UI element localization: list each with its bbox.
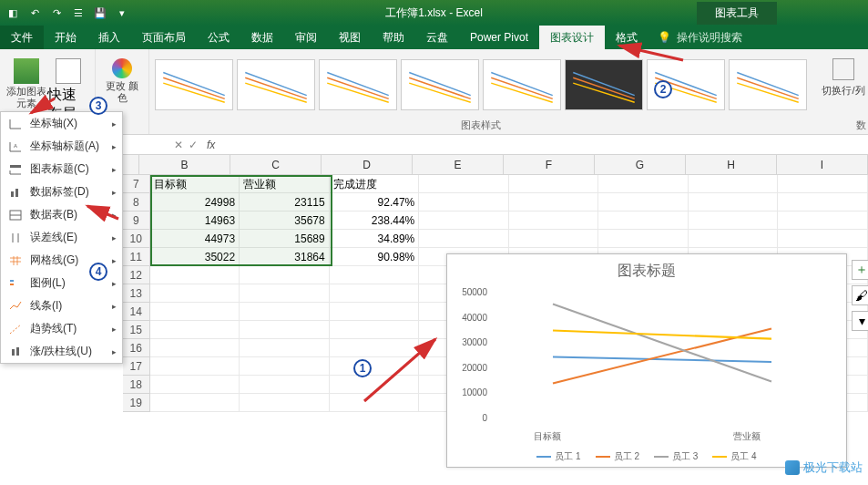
tab-insert[interactable]: 插入: [87, 26, 131, 49]
chart-brush-button[interactable]: 🖌: [852, 285, 868, 305]
cell[interactable]: [240, 394, 330, 412]
row-header[interactable]: 8: [123, 193, 150, 212]
cell[interactable]: [150, 266, 240, 284]
cell[interactable]: [778, 212, 868, 230]
cell[interactable]: [509, 193, 599, 212]
column-header[interactable]: C: [230, 155, 322, 174]
column-header[interactable]: H: [686, 155, 777, 174]
tab-format[interactable]: 格式: [605, 26, 648, 49]
cell[interactable]: [150, 376, 240, 394]
cell[interactable]: [778, 175, 868, 193]
cell[interactable]: [240, 376, 330, 394]
cell[interactable]: [419, 175, 509, 193]
chart-object[interactable]: 图表标题 50000400003000020000100000 目标额营业额 员…: [446, 253, 847, 468]
row-header[interactable]: 17: [123, 357, 150, 376]
cell[interactable]: 35678: [240, 212, 330, 230]
tab-power-pivot[interactable]: Power Pivot: [459, 26, 539, 49]
cell[interactable]: [150, 284, 240, 303]
cell[interactable]: [150, 303, 240, 321]
menu-item-lines[interactable]: 线条(I)▸: [1, 294, 122, 317]
tab-review[interactable]: 审阅: [284, 26, 328, 49]
switch-row-col-button[interactable]: 切换行/列: [818, 53, 868, 98]
row-header[interactable]: 7: [123, 175, 150, 193]
cell[interactable]: 目标额: [150, 175, 240, 193]
row-header[interactable]: 18: [123, 376, 150, 394]
menu-item-trendline[interactable]: 趋势线(T)▸: [1, 317, 122, 340]
cell[interactable]: 44973: [150, 230, 240, 248]
row-header[interactable]: 10: [123, 230, 150, 248]
column-header[interactable]: G: [595, 155, 686, 174]
cell[interactable]: [150, 357, 240, 376]
tab-cloud[interactable]: 云盘: [415, 26, 459, 49]
column-header[interactable]: E: [413, 155, 504, 174]
cell[interactable]: [240, 357, 330, 376]
cell[interactable]: 31864: [240, 248, 330, 266]
cell[interactable]: 92.47%: [330, 193, 420, 212]
cell[interactable]: [150, 339, 240, 357]
chart-style-thumb[interactable]: [237, 59, 315, 110]
cell[interactable]: [689, 193, 779, 212]
chart-title[interactable]: 图表标题: [447, 254, 846, 284]
cell[interactable]: [330, 303, 420, 321]
cell[interactable]: [598, 193, 689, 212]
cell[interactable]: [509, 230, 599, 248]
cell[interactable]: [240, 339, 330, 357]
cell[interactable]: [689, 175, 779, 193]
chart-style-thumb[interactable]: [565, 59, 643, 110]
row-header[interactable]: 16: [123, 339, 150, 357]
cell[interactable]: 15689: [240, 230, 330, 248]
menu-item-error-bars[interactable]: 误差线(E)▸: [1, 226, 122, 249]
cancel-icon[interactable]: ✕: [174, 139, 183, 151]
save-icon[interactable]: 💾: [93, 5, 107, 20]
chart-style-thumb[interactable]: [319, 59, 397, 110]
chart-style-thumb[interactable]: [155, 59, 233, 110]
tab-data[interactable]: 数据: [240, 26, 284, 49]
change-colors-button[interactable]: 更改 颜色: [101, 53, 143, 104]
chart-plus-button[interactable]: ＋: [852, 260, 868, 280]
cell[interactable]: [330, 339, 420, 357]
cell[interactable]: [240, 303, 330, 321]
tab-chart-design[interactable]: 图表设计: [539, 26, 605, 49]
tab-view[interactable]: 视图: [328, 26, 372, 49]
cell[interactable]: [330, 266, 420, 284]
cell[interactable]: 完成进度: [330, 175, 420, 193]
cell[interactable]: [778, 193, 868, 212]
cell[interactable]: [598, 212, 689, 230]
column-header[interactable]: B: [139, 155, 230, 174]
cell[interactable]: [778, 230, 868, 248]
row-header[interactable]: 12: [123, 266, 150, 284]
add-chart-element-button[interactable]: 添加图表 元素: [5, 53, 47, 109]
cell[interactable]: 23115: [240, 193, 330, 212]
cell[interactable]: [330, 394, 420, 412]
tab-file[interactable]: 文件: [0, 26, 44, 49]
tell-me[interactable]: 💡 操作说明搜索: [648, 26, 751, 49]
cell[interactable]: 90.98%: [330, 248, 420, 266]
row-header[interactable]: 11: [123, 248, 150, 266]
tab-home[interactable]: 开始: [44, 26, 87, 49]
cell[interactable]: [689, 230, 779, 248]
menu-item-axes[interactable]: 坐标轴(X)▸: [1, 112, 122, 135]
cell[interactable]: [330, 376, 420, 394]
column-header[interactable]: F: [504, 155, 595, 174]
cell[interactable]: [598, 230, 689, 248]
cell[interactable]: [419, 230, 509, 248]
enter-icon[interactable]: ✓: [189, 139, 198, 151]
cell[interactable]: [150, 394, 240, 412]
cell[interactable]: [240, 266, 330, 284]
cell[interactable]: [240, 284, 330, 303]
chart-filter-button[interactable]: ▾: [852, 311, 868, 331]
row-header[interactable]: 14: [123, 303, 150, 321]
menu-item-data-table[interactable]: 数据表(B)▸: [1, 203, 122, 226]
cell[interactable]: [150, 321, 240, 339]
undo-icon[interactable]: ↶: [27, 5, 42, 20]
cell[interactable]: [598, 175, 689, 193]
cell[interactable]: 34.89%: [330, 230, 420, 248]
cell[interactable]: [419, 193, 509, 212]
row-header[interactable]: 19: [123, 394, 150, 412]
cell[interactable]: [240, 321, 330, 339]
menu-item-axis-titles[interactable]: A坐标轴标题(A)▸: [1, 135, 122, 158]
cell[interactable]: 35022: [150, 248, 240, 266]
cell[interactable]: [330, 357, 420, 376]
cell[interactable]: [509, 175, 599, 193]
tab-page-layout[interactable]: 页面布局: [131, 26, 197, 49]
